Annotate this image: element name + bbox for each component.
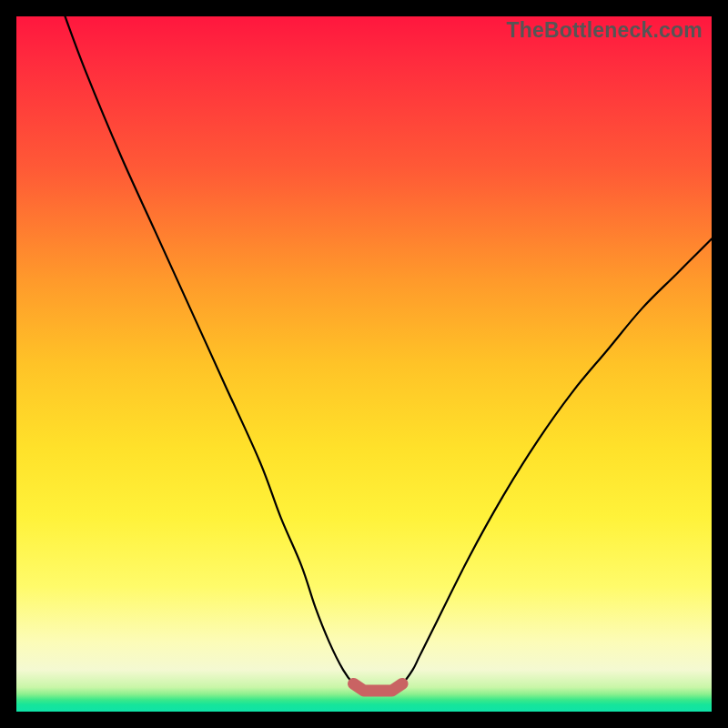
chart-frame: TheBottleneck.com [0,0,728,728]
bottleneck-curve-path [65,16,712,692]
optimal-range-marker-path [354,683,402,691]
chart-svg [16,16,712,712]
plot-area: TheBottleneck.com [16,16,712,712]
